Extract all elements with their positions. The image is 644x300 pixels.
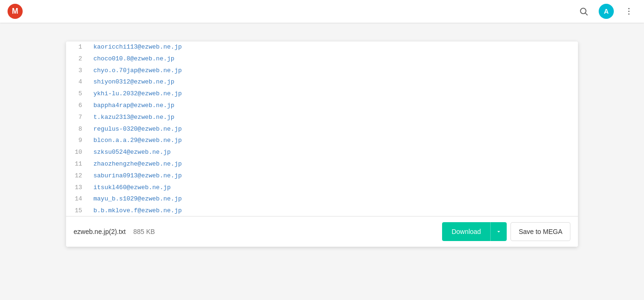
line-number: 6 [66,100,90,112]
navbar-left: M [8,4,23,19]
more-options-icon[interactable] [621,4,636,19]
line-content: regulus-0320@ezweb.ne.jp [90,124,578,135]
avatar-letter: A [604,8,609,15]
line-number: 3 [66,65,90,77]
table-row: 8regulus-0320@ezweb.ne.jp [66,124,578,135]
search-icon[interactable] [576,4,591,19]
table-row: 14mayu_b.s1029@ezweb.ne.jp [66,193,578,205]
svg-line-1 [585,13,588,16]
line-content: szksu0524@ezweb.ne.jp [90,147,578,158]
line-content: choco010.8@ezweb.ne.jp [90,53,578,65]
file-size: 885 KB [134,228,155,235]
line-content: shiyon0312@ezweb.ne.jp [90,76,578,88]
table-row: 3chyo.o.70jap@ezweb.ne.jp [66,65,578,77]
table-row: 12saburina0913@ezweb.ne.jp [66,170,578,182]
line-content: zhaozhengzhe@ezweb.ne.jp [90,158,578,170]
file-info: ezweb.ne.jp(2).txt 885 KB [74,228,155,235]
line-number: 2 [66,53,90,65]
line-content: chyo.o.70jap@ezweb.ne.jp [90,65,578,77]
table-row: 11zhaozhengzhe@ezweb.ne.jp [66,158,578,170]
line-number: 7 [66,112,90,124]
table-row: 13itsukl460@ezweb.ne.jp [66,182,578,194]
table-row: 2choco010.8@ezweb.ne.jp [66,53,578,65]
table-row: 6bappha4rap@ezweb.ne.jp [66,100,578,112]
table-row: 15b.b.mklove.f@ezweb.ne.jp [66,205,578,216]
line-content: kaoricchi113@ezweb.ne.jp [90,42,578,53]
logo-letter: M [12,7,18,16]
line-number: 13 [66,182,90,194]
line-number: 10 [66,147,90,158]
download-dropdown-button[interactable] [490,222,507,241]
main-content: 1kaoricchi113@ezweb.ne.jp2choco010.8@ezw… [0,23,644,300]
file-viewer: 1kaoricchi113@ezweb.ne.jp2choco010.8@ezw… [66,42,578,247]
table-row: 9blcon.a.a.29@ezweb.ne.jp [66,135,578,147]
line-number: 9 [66,135,90,147]
line-content: blcon.a.a.29@ezweb.ne.jp [90,135,578,147]
line-content: saburina0913@ezweb.ne.jp [90,170,578,182]
table-row: 1kaoricchi113@ezweb.ne.jp [66,42,578,53]
line-content: itsukl460@ezweb.ne.jp [90,182,578,194]
navbar: M A [0,0,644,23]
action-buttons: Download Save to MEGA [442,222,570,241]
svg-point-4 [628,14,630,15]
table-row: 5ykhi-lu.2032@ezweb.ne.jp [66,88,578,100]
svg-point-2 [628,8,630,9]
line-number: 11 [66,158,90,170]
navbar-right: A [576,4,636,19]
line-content: bappha4rap@ezweb.ne.jp [90,100,578,112]
line-content: t.kazu2313@ezweb.ne.jp [90,112,578,124]
line-number: 14 [66,193,90,205]
table-row: 7t.kazu2313@ezweb.ne.jp [66,112,578,124]
save-to-mega-button[interactable]: Save to MEGA [510,222,570,241]
table-row: 10szksu0524@ezweb.ne.jp [66,147,578,158]
svg-point-0 [580,8,586,14]
file-name: ezweb.ne.jp(2).txt [74,228,126,235]
bottom-bar: ezweb.ne.jp(2).txt 885 KB Download Save … [66,216,578,247]
code-area[interactable]: 1kaoricchi113@ezweb.ne.jp2choco010.8@ezw… [66,42,578,216]
code-table: 1kaoricchi113@ezweb.ne.jp2choco010.8@ezw… [66,42,578,216]
mega-logo[interactable]: M [8,4,23,19]
table-row: 4shiyon0312@ezweb.ne.jp [66,76,578,88]
download-btn-group: Download [442,222,507,241]
download-button[interactable]: Download [442,222,490,241]
line-number: 15 [66,205,90,216]
line-number: 1 [66,42,90,53]
line-number: 8 [66,124,90,135]
line-content: mayu_b.s1029@ezweb.ne.jp [90,193,578,205]
svg-point-3 [628,11,630,12]
line-number: 4 [66,76,90,88]
user-avatar[interactable]: A [599,4,614,19]
line-number: 12 [66,170,90,182]
line-content: b.b.mklove.f@ezweb.ne.jp [90,205,578,216]
line-number: 5 [66,88,90,100]
line-content: ykhi-lu.2032@ezweb.ne.jp [90,88,578,100]
